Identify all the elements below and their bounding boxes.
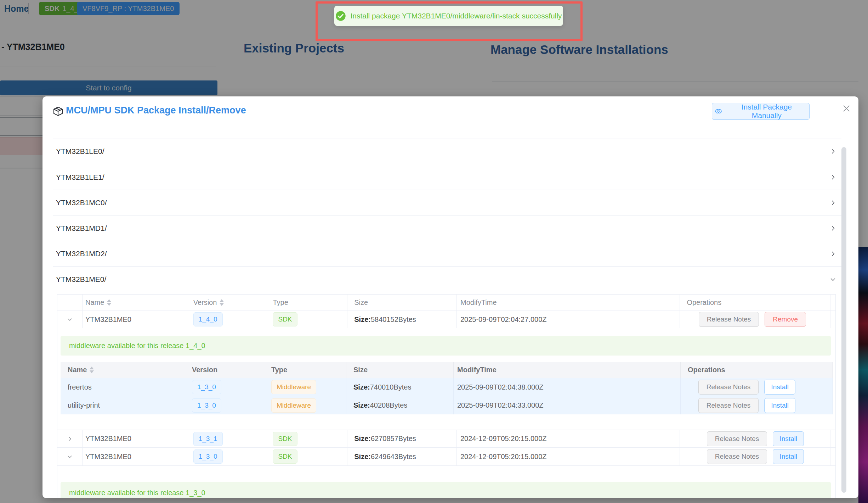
operations-column-header: Operations <box>680 295 830 311</box>
release-notes-button[interactable]: Release Notes <box>707 449 767 464</box>
modal-scrollbar-thumb[interactable] <box>841 147 846 493</box>
table-header-row: Name Version Type Size ModifyTime Operat… <box>57 295 835 311</box>
size-cell: Size:5840152Bytes <box>347 311 457 328</box>
package-group-ytm32b1md2[interactable]: YTM32B1MD2/ <box>53 241 841 267</box>
sdk-row-1-3-1: YTM32B1ME0 1_3_1 SDK Size:6270857Bytes 2… <box>57 430 835 448</box>
name-header-label: Name <box>68 366 87 374</box>
type-cell: SDK <box>268 448 347 465</box>
version-cell[interactable]: 1_3_0 <box>188 448 268 465</box>
dialog-title: MCU/MPU SDK Package Install/Remove <box>66 105 246 116</box>
version-column-header: Version <box>185 362 267 378</box>
sort-icon[interactable] <box>90 367 94 373</box>
version-column-header[interactable]: Version <box>188 295 268 311</box>
install-button[interactable]: Install <box>773 449 804 464</box>
package-group-ytm32b1le1[interactable]: YTM32B1LE1/ <box>53 164 841 190</box>
size-column-header: Size <box>347 295 457 311</box>
operations-cell: Release Notes Install <box>681 396 833 414</box>
modifytime-cell: 2025-09-09T02:04:27.000Z <box>457 311 680 328</box>
collapse-row-toggle[interactable] <box>57 448 83 465</box>
version-pill[interactable]: 1_3_0 <box>192 380 221 394</box>
install-package-manually-button[interactable]: Install Package Manually <box>712 103 810 120</box>
version-pill[interactable]: 1_4_0 <box>193 312 223 326</box>
type-cell: Middleware <box>267 378 346 396</box>
release-notes-button[interactable]: Release Notes <box>699 312 759 327</box>
spacer-cell <box>830 311 835 328</box>
remove-button[interactable]: Remove <box>765 312 806 327</box>
chevron-right-icon <box>829 199 836 206</box>
sdk-package-dialog: MCU/MPU SDK Package Install/Remove Insta… <box>42 96 858 498</box>
size-cell: Size:6270857Bytes <box>347 430 457 447</box>
link-icon <box>714 107 723 116</box>
operations-cell: Release Notes Remove <box>680 311 830 328</box>
package-group-ytm32b1me0[interactable]: YTM32B1ME0/ <box>53 267 841 292</box>
version-pill[interactable]: 1_3_0 <box>192 398 221 413</box>
version-cell[interactable]: 1_3_0 <box>185 378 267 396</box>
name-column-header[interactable]: Name <box>61 362 185 378</box>
expand-column-header <box>57 295 83 311</box>
size-cell: Size:740010Bytes <box>346 378 454 396</box>
size-column-header: Size <box>346 362 454 378</box>
sdk-release-table: Name Version Type Size ModifyTime Operat… <box>57 294 836 498</box>
release-notes-button[interactable]: Release Notes <box>707 431 767 446</box>
release-notes-button[interactable]: Release Notes <box>698 398 759 413</box>
install-button[interactable]: Install <box>764 398 795 413</box>
version-cell[interactable]: 1_4_0 <box>188 311 268 328</box>
middleware-table: Name Version Type Size ModifyTime Operat… <box>61 362 833 414</box>
middleware-banner-1-4-0: middleware available for this release 1_… <box>61 336 831 356</box>
name-column-header[interactable]: Name <box>83 295 188 311</box>
type-cell: SDK <box>268 430 347 447</box>
modifytime-cell: 2025-09-09T02:04:33.000Z <box>454 396 681 414</box>
version-pill[interactable]: 1_3_0 <box>193 449 223 464</box>
desktop-wallpaper-strip <box>858 247 868 503</box>
type-column-header: Type <box>267 362 346 378</box>
close-button[interactable] <box>840 102 853 115</box>
modifytime-cell: 2025-09-09T02:04:38.000Z <box>454 378 681 396</box>
chevron-right-icon <box>67 436 73 442</box>
spacer-cell <box>830 295 835 311</box>
collapse-row-toggle[interactable] <box>57 311 83 328</box>
sort-icon[interactable] <box>220 299 224 306</box>
screen: Home SDK 1_4_0 VF8VF9_RP : YTM32B1ME0 - … <box>0 0 868 503</box>
sort-icon[interactable] <box>107 299 111 306</box>
version-cell[interactable]: 1_3_1 <box>188 430 268 447</box>
modifytime-cell: 2024-12-09T05:20:15.000Z <box>457 448 680 465</box>
sdk-row-1-4-0: YTM32B1ME0 1_4_0 SDK Size:5840152Bytes 2… <box>57 311 835 328</box>
chevron-right-icon <box>829 225 836 232</box>
chevron-right-icon <box>829 250 836 257</box>
middleware-type-pill: Middleware <box>271 398 316 413</box>
operations-column-header: Operations <box>681 362 833 378</box>
middleware-name: utility-print <box>61 396 185 414</box>
chevron-down-icon <box>67 316 73 323</box>
size-cell: Size:40208Bytes <box>346 396 454 414</box>
package-group-ytm32b1md1[interactable]: YTM32B1MD1/ <box>53 216 841 241</box>
version-cell[interactable]: 1_3_0 <box>185 396 267 414</box>
package-group-label: YTM32B1MC0/ <box>56 199 107 207</box>
package-group-label: YTM32B1LE0/ <box>56 147 104 156</box>
size-cell: Size:6249643Bytes <box>347 448 457 465</box>
type-cell: Middleware <box>267 396 346 414</box>
expand-row-toggle[interactable] <box>57 430 83 447</box>
sdk-name: YTM32B1ME0 <box>83 430 188 447</box>
package-group-label: YTM32B1MD1/ <box>56 224 107 233</box>
spacer-cell <box>830 448 835 465</box>
version-pill[interactable]: 1_3_1 <box>193 432 223 446</box>
install-button[interactable]: Install <box>764 380 795 395</box>
chevron-right-icon <box>829 174 836 181</box>
package-group-label: YTM32B1MD2/ <box>56 250 107 258</box>
chevron-right-icon <box>829 148 836 155</box>
version-header-label: Version <box>193 298 217 307</box>
expanded-area-1-4-0: middleware available for this release 1_… <box>57 336 835 430</box>
install-button[interactable]: Install <box>773 431 804 446</box>
package-group-ytm32b1le0[interactable]: YTM32B1LE0/ <box>53 139 841 164</box>
install-package-manually-label: Install Package Manually <box>726 103 807 120</box>
release-notes-button[interactable]: Release Notes <box>698 380 759 395</box>
annotation-rectangle <box>316 1 583 41</box>
sdk-type-pill: SDK <box>273 312 297 326</box>
type-column-header: Type <box>268 295 347 311</box>
modifytime-cell: 2024-12-09T05:20:15.000Z <box>457 430 680 447</box>
package-group-label: YTM32B1LE1/ <box>56 173 104 181</box>
package-group-ytm32b1mc0[interactable]: YTM32B1MC0/ <box>53 190 841 216</box>
sdk-name: YTM32B1ME0 <box>83 311 188 328</box>
chevron-down-icon <box>67 453 73 460</box>
spacer-cell <box>830 430 835 447</box>
